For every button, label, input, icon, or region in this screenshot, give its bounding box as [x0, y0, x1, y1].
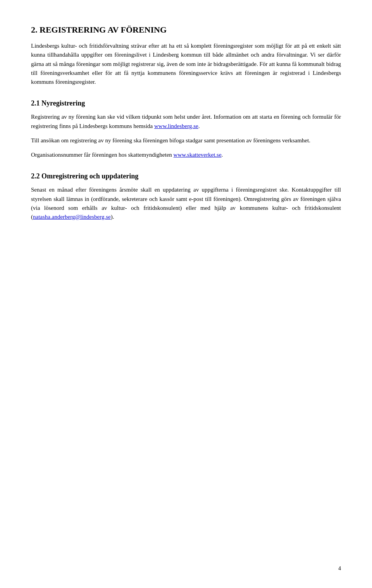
subsection-2-2-title: 2.2 Omregistrering och uppdatering: [31, 171, 341, 182]
paragraph3-end: .: [222, 152, 223, 158]
section-2-title: 2. REGISTRERING AV FÖRENING: [31, 23, 341, 36]
paragraph3-pre-text: Organisationsnummer får föreningen hos s…: [31, 152, 172, 158]
section-2-intro: Lindesbergs kultur- och fritidsförvaltni…: [31, 42, 341, 86]
page-number: 4: [338, 564, 341, 572]
paragraph1-end: .: [198, 123, 200, 129]
subsection-2-1-paragraph2: Till ansökan om registrering av ny fören…: [31, 136, 341, 145]
subsection-2-1-title: 2.1 Nyregistrering: [31, 98, 341, 109]
subsection-2-2-paragraph1-end: ).: [111, 214, 114, 220]
lindesberg-link[interactable]: www.lindesberg.se: [154, 123, 198, 129]
natasha-email-link[interactable]: natasha.anderberg@lindesberg.se: [33, 214, 111, 220]
subsection-2-2-paragraph1: Senast en månad efter föreningens årsmöt…: [31, 185, 341, 221]
subsection-2-1-paragraph1: Registrering av ny förening kan ske vid …: [31, 112, 341, 131]
page-content: 2. REGISTRERING AV FÖRENING Lindesbergs …: [31, 23, 341, 221]
skatteverket-link[interactable]: www.skatteverket.se: [174, 152, 222, 158]
subsection-2-1-paragraph3: Organisationsnummer får föreningen hos s…: [31, 150, 341, 159]
